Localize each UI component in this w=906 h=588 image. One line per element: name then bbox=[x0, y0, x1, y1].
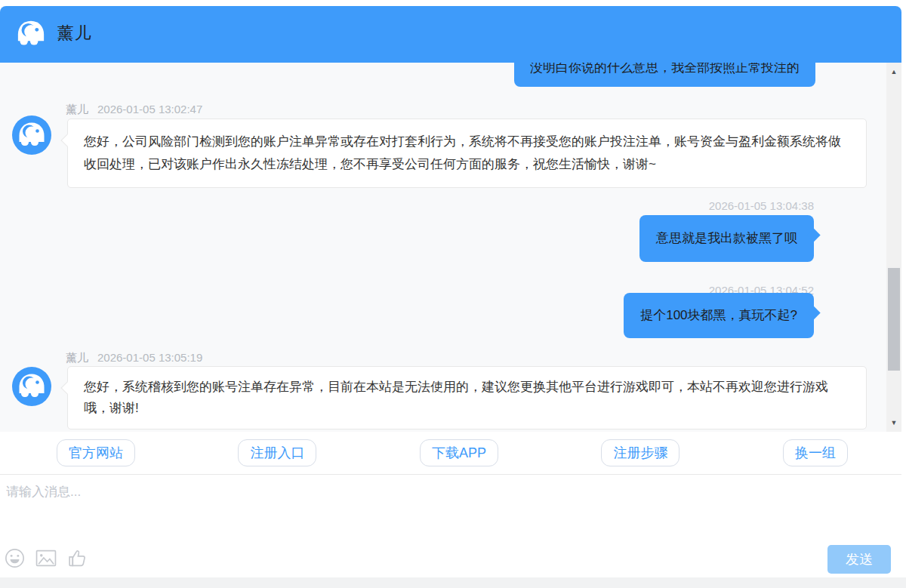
quick-reply-change-set[interactable]: 换一组 bbox=[783, 439, 848, 466]
quick-reply-register-steps[interactable]: 注册步骤 bbox=[601, 439, 680, 466]
quick-reply-download-app[interactable]: 下载APP bbox=[420, 439, 498, 466]
emoji-icon[interactable] bbox=[5, 548, 25, 568]
send-button[interactable]: 发送 bbox=[827, 545, 891, 574]
message-timestamp: 2026-01-05 13:04:38 bbox=[709, 199, 814, 212]
message-list[interactable]: 没明白你说的什么意思，我全部按照正常投注的 薰儿2026-01-05 13:02… bbox=[0, 63, 886, 432]
agent-name: 薰儿 bbox=[66, 103, 88, 115]
quick-reply-bar: 官方网站 注册入口 下载APP 注册步骤 换一组 bbox=[0, 432, 901, 475]
agent-message-bubble: 您好，公司风险部门检测到您的账户注单异常或存在对打套利行为，系统将不再接受您的账… bbox=[67, 119, 867, 188]
agent-message-meta: 薰儿2026-01-05 13:05:19 bbox=[66, 351, 202, 365]
page-title: 薰儿 bbox=[57, 22, 92, 45]
user-message-bubble: 提个100块都黑，真玩不起? bbox=[624, 293, 814, 338]
composer-toolbar bbox=[5, 548, 88, 568]
agent-message-meta: 薰儿2026-01-05 13:02:47 bbox=[66, 103, 202, 117]
bubble-tail bbox=[806, 306, 820, 319]
user-message-bubble: 意思就是我出款被黑了呗 bbox=[639, 215, 814, 262]
user-message-text: 提个100块都黑，真玩不起? bbox=[640, 308, 797, 322]
message-timestamp: 2026-01-05 13:05:19 bbox=[97, 351, 202, 364]
composer: 发送 bbox=[0, 476, 901, 577]
thumbs-up-icon[interactable] bbox=[67, 548, 88, 568]
agent-avatar bbox=[12, 367, 51, 406]
agent-name: 薰儿 bbox=[66, 351, 88, 364]
scrollbar-thumb[interactable] bbox=[888, 268, 900, 371]
scroll-down-arrow[interactable]: ▼ bbox=[886, 417, 901, 429]
message-timestamp: 2026-01-05 13:02:47 bbox=[97, 103, 202, 115]
quick-reply-official-site[interactable]: 官方网站 bbox=[57, 439, 135, 466]
elephant-logo bbox=[11, 14, 51, 54]
chat-header: 薰儿 bbox=[0, 6, 901, 63]
user-message-bubble: 没明白你说的什么意思，我全部按照正常投注的 bbox=[514, 63, 815, 87]
scroll-up-arrow[interactable]: ▲ bbox=[886, 66, 901, 78]
bubble-tail bbox=[61, 134, 74, 147]
message-input[interactable] bbox=[6, 483, 895, 542]
agent-message-text: 您好，公司风险部门检测到您的账户注单异常或存在对打套利行为，系统将不再接受您的账… bbox=[84, 134, 841, 171]
chat-widget: 薰儿 没明白你说的什么意思，我全部按照正常投注的 薰儿2026-01-05 13… bbox=[0, 0, 906, 588]
scrollbar[interactable]: ▲ ▼ bbox=[886, 63, 901, 432]
agent-message-bubble: 您好，系统稽核到您的账号注单存在异常，目前在本站是无法使用的，建议您更换其他平台… bbox=[67, 366, 867, 429]
user-message-text: 意思就是我出款被黑了呗 bbox=[656, 231, 797, 245]
agent-message-text: 您好，系统稽核到您的账号注单存在异常，目前在本站是无法使用的，建议您更换其他平台… bbox=[84, 380, 828, 415]
bubble-tail bbox=[61, 382, 74, 395]
image-icon[interactable] bbox=[35, 548, 57, 568]
quick-reply-register-entry[interactable]: 注册入口 bbox=[238, 439, 316, 466]
agent-avatar bbox=[12, 115, 51, 155]
bubble-tail bbox=[806, 228, 820, 242]
bottom-strip bbox=[0, 577, 906, 588]
